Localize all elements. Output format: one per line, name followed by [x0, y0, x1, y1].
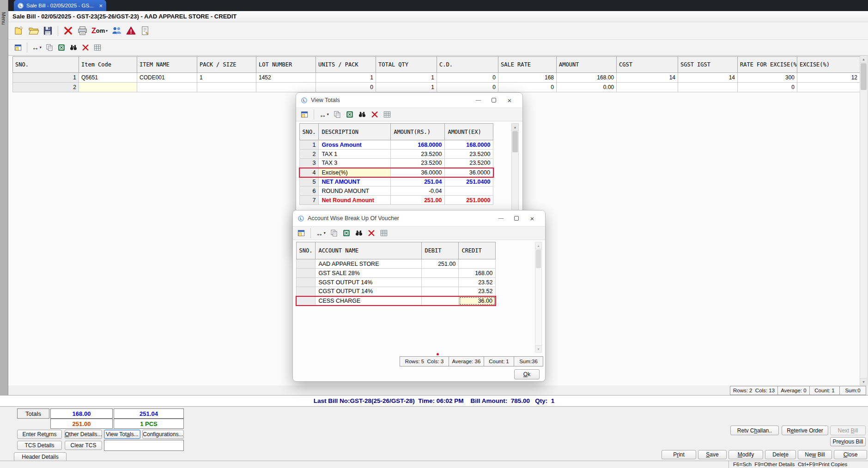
col-header-excise[interactable]: EXCISE(%) — [797, 57, 860, 73]
col-header-item-name[interactable]: ITEM NAME — [137, 57, 197, 73]
minimize-button[interactable] — [470, 93, 486, 108]
cell-item-code-active[interactable] — [79, 83, 137, 92]
col-header-cd[interactable]: C.D. — [437, 57, 498, 73]
cell-amount-rs[interactable]: 23.5200 — [391, 150, 445, 159]
export-excel-icon[interactable] — [342, 229, 351, 237]
col-header-sno[interactable]: SNO. — [296, 242, 316, 259]
print-button[interactable]: Print — [662, 450, 696, 459]
cell-pack-size[interactable] — [197, 83, 256, 92]
cell-amount-ex[interactable]: 168.0000 — [445, 140, 493, 150]
save-button[interactable]: Save — [698, 450, 727, 459]
minimize-button[interactable] — [493, 210, 509, 226]
export-excel-icon[interactable] — [57, 43, 66, 52]
cell-debit[interactable] — [422, 269, 459, 278]
column-width-icon[interactable]: ↔▾ — [32, 43, 42, 51]
cell-description-excise[interactable]: Excise(%) — [319, 168, 391, 177]
cell-debit[interactable] — [422, 287, 459, 296]
cell-amount-ex[interactable] — [445, 186, 493, 196]
maximize-button[interactable] — [509, 210, 524, 226]
cell-sno[interactable]: 5 — [299, 177, 319, 186]
cell-amount-rs[interactable]: 36.0000 — [391, 168, 445, 177]
other-details-button[interactable]: Other Details... — [65, 430, 102, 439]
close-button[interactable]: × — [524, 210, 540, 226]
cell-cgst[interactable] — [617, 83, 678, 92]
cell-sno[interactable]: 7 — [299, 196, 319, 205]
find-icon[interactable] — [358, 110, 366, 119]
close-button[interactable]: × — [502, 93, 517, 108]
tab-close-icon[interactable]: × — [99, 3, 103, 9]
new-bill-button[interactable]: New Bill — [798, 450, 832, 459]
cell-excise[interactable]: 12 — [797, 73, 860, 83]
scroll-up-icon[interactable]: ▲ — [512, 124, 518, 131]
cell-item-name[interactable] — [137, 83, 197, 92]
grid-icon[interactable] — [383, 110, 391, 119]
cell-credit[interactable]: 23.52 — [459, 287, 496, 296]
export-excel-icon[interactable] — [346, 110, 354, 119]
cell-amount-rs[interactable]: 251.04 — [391, 177, 445, 186]
col-header-sgst-igst[interactable]: SGST IGST — [678, 57, 738, 73]
scroll-up-icon[interactable]: ▲ — [535, 242, 541, 249]
col-header-credit[interactable]: CREDIT — [459, 242, 496, 259]
delete-icon[interactable] — [370, 110, 379, 119]
cell-amount-ex[interactable]: 36.0000 — [445, 168, 493, 177]
cell-units-pack[interactable]: 1 — [316, 73, 376, 83]
users-icon[interactable] — [111, 25, 122, 36]
col-header-units-pack[interactable]: UNITS / PACK — [316, 57, 376, 73]
cell-description[interactable]: Net Round Amount — [319, 196, 391, 205]
cell-amount-rs[interactable]: 168.0000 — [391, 140, 445, 150]
cell-sno[interactable]: 1 — [299, 140, 319, 150]
cell-item-name[interactable]: CODE001 — [137, 73, 197, 83]
copy-icon[interactable] — [330, 229, 338, 237]
cell-cd[interactable]: 0 — [437, 83, 498, 92]
delete-icon[interactable] — [63, 25, 73, 36]
open-icon[interactable] — [28, 25, 39, 36]
col-header-description[interactable]: DESCRIPTION — [319, 124, 391, 140]
col-header-total-qty[interactable]: TOTAL QTY — [376, 57, 437, 73]
column-width-icon[interactable]: ↔▾ — [316, 229, 326, 237]
cell-units-pack[interactable]: 0 — [316, 83, 376, 92]
view-totals-button[interactable]: View Totals... — [104, 430, 140, 439]
tcs-details-button[interactable]: TCS Details — [17, 441, 62, 450]
window-icon[interactable] — [297, 229, 305, 237]
cell-sno[interactable]: 6 — [299, 186, 319, 196]
cell-debit[interactable] — [422, 296, 459, 306]
col-header-sale-rate[interactable]: SALE RATE — [498, 57, 557, 73]
cell-account-name[interactable]: SGST OUTPUT 14% — [316, 278, 422, 287]
cell-credit[interactable]: 23.52 — [459, 278, 496, 287]
cell-sgst-igst[interactable]: 14 — [678, 73, 738, 83]
close-bill-button[interactable]: Close — [834, 450, 867, 459]
col-header-amount[interactable]: AMOUNT — [557, 57, 617, 73]
col-header-pack-size[interactable]: PACK / SIZE — [197, 57, 256, 73]
previous-bill-button[interactable]: Previous Bill — [830, 437, 866, 446]
enter-returns-button[interactable]: Enter Returns — [17, 430, 62, 439]
cell-amount-rs[interactable]: -0.04 — [391, 186, 445, 196]
cell-account-name-cess[interactable]: CESS CHARGE — [316, 296, 422, 306]
find-icon[interactable] — [69, 43, 78, 52]
cell-sno[interactable]: 2 — [13, 83, 79, 92]
cell-amount-ex[interactable]: 251.0400 — [445, 177, 493, 186]
cell-sno[interactable]: 4 — [299, 168, 319, 177]
delete-icon[interactable] — [367, 229, 376, 237]
col-header-sno[interactable]: SNO. — [13, 57, 79, 73]
configurations-button[interactable]: Configurations... — [142, 430, 184, 439]
next-bill-button[interactable]: Next Bill — [830, 426, 866, 435]
cell-lot-number[interactable] — [256, 83, 316, 92]
cell-description[interactable]: Gross Amount — [319, 140, 391, 150]
cell-pack-size[interactable]: 1 — [197, 73, 256, 83]
col-header-amount-ex[interactable]: AMOUNT(EX) — [445, 124, 493, 140]
cell-amount[interactable]: 168.00 — [557, 73, 617, 83]
scroll-thumb[interactable] — [512, 131, 518, 152]
cell-cd[interactable]: 0 — [437, 73, 498, 83]
menu-label[interactable]: Menu — [1, 0, 6, 25]
cell-amount[interactable]: 0.00 — [557, 83, 617, 92]
cell-credit[interactable] — [459, 259, 496, 269]
col-header-rate-for-excise[interactable]: RATE FOR EXCISE(%) — [738, 57, 797, 73]
new-document-icon[interactable] — [14, 25, 24, 36]
cell-account-name[interactable]: CGST OUTPUT 14% — [316, 287, 422, 296]
copy-icon[interactable] — [333, 110, 341, 119]
cell-account-name[interactable]: GST SALE 28% — [316, 269, 422, 278]
maximize-button[interactable] — [486, 93, 502, 108]
cell-cgst[interactable]: 14 — [617, 73, 678, 83]
column-width-icon[interactable]: ↔▾ — [319, 111, 329, 119]
dialog-vertical-scrollbar[interactable]: ▲ ▼ — [535, 242, 542, 353]
